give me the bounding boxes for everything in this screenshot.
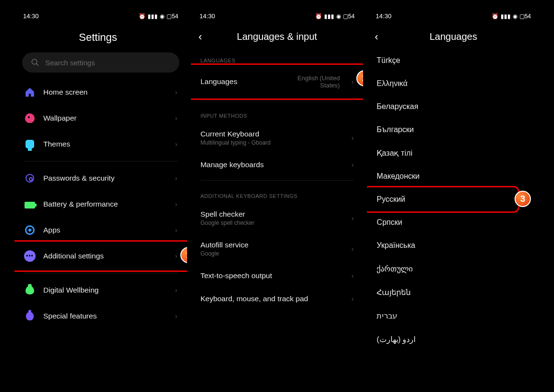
language-option[interactable]: Հայերեն <box>367 281 540 304</box>
alarm-icon: ⏰ <box>491 13 499 20</box>
divider <box>24 161 177 161</box>
status-bar: 14:30 ⏰ ▮▮▮ ◉ ▢54 <box>367 10 540 23</box>
alarm-icon: ⏰ <box>315 13 322 20</box>
header: ‹ Languages <box>367 23 540 49</box>
signal-icon: ▮▮▮ <box>324 13 334 20</box>
battery-icon <box>24 198 36 210</box>
wellbeing-icon <box>24 284 36 296</box>
item-themes[interactable]: Themes › <box>14 131 187 157</box>
themes-icon <box>24 138 36 150</box>
battery-icon: ▢54 <box>343 13 354 20</box>
language-option[interactable]: اردو (بھارت) <box>367 328 540 351</box>
wifi-icon: ◉ <box>160 13 164 20</box>
chevron-right-icon: › <box>175 312 177 320</box>
chevron-right-icon: › <box>352 161 354 169</box>
language-option[interactable]: Македонски <box>367 165 540 188</box>
chevron-right-icon: › <box>175 286 177 294</box>
back-button[interactable]: ‹ <box>375 31 378 43</box>
section-input-methods: INPUT METHODS <box>191 104 364 122</box>
callout-badge-1: 1 <box>180 247 187 263</box>
chevron-right-icon: › <box>352 134 354 142</box>
item-keyboard-mouse-trackpad[interactable]: Keyboard, mouse, and track pad › <box>191 287 364 310</box>
chevron-right-icon: › <box>352 214 354 222</box>
section-additional-keyboard: ADDITIONAL KEYBOARD SETTINGS <box>191 184 364 203</box>
language-option[interactable]: Қазақ тілі <box>367 141 540 165</box>
chevron-right-icon: › <box>352 272 354 280</box>
status-time: 14:30 <box>200 12 215 20</box>
battery-icon: ▢54 <box>519 13 531 20</box>
item-wallpaper[interactable]: Wallpaper › <box>14 105 187 131</box>
item-additional-settings[interactable]: ••• Additional settings › 1 <box>14 243 187 269</box>
item-home-screen[interactable]: Home screen › <box>14 79 187 105</box>
alarm-icon: ⏰ <box>138 13 146 20</box>
item-battery-performance[interactable]: Battery & performance › <box>14 191 187 217</box>
language-option[interactable]: Ελληνικά <box>367 72 540 95</box>
chevron-right-icon: › <box>175 88 177 96</box>
chevron-right-icon: › <box>175 174 177 182</box>
home-icon <box>24 86 36 98</box>
signal-icon: ▮▮▮ <box>148 13 158 20</box>
chevron-right-icon: › <box>175 252 177 260</box>
section-languages: LANGUAGES <box>191 49 364 67</box>
svg-point-0 <box>32 59 37 64</box>
screen-languages-input: 14:30 ⏰ ▮▮▮ ◉ ▢54 ‹ Languages & input LA… <box>191 10 364 382</box>
chevron-right-icon: › <box>352 245 354 253</box>
item-special-features[interactable]: Special features › <box>14 303 187 329</box>
status-icons: ⏰ ▮▮▮ ◉ ▢54 <box>491 13 531 20</box>
languages-list[interactable]: TürkçeΕλληνικάБеларускаяБългарскиҚазақ т… <box>367 49 540 382</box>
item-apps[interactable]: Apps › <box>14 217 187 243</box>
header: ‹ Languages & input <box>191 23 364 49</box>
divider <box>201 100 354 100</box>
item-autofill-service[interactable]: Autofill service Google › <box>191 233 364 264</box>
language-option[interactable]: עברית <box>367 304 540 328</box>
chevron-right-icon: › <box>352 78 354 86</box>
wifi-icon: ◉ <box>513 13 517 20</box>
back-button[interactable]: ‹ <box>199 31 202 43</box>
search-input[interactable]: Search settings <box>22 52 179 73</box>
language-option[interactable]: Български <box>367 118 540 141</box>
language-option[interactable]: ქართული <box>367 257 540 281</box>
language-option[interactable]: Српски <box>367 211 540 234</box>
chevron-right-icon: › <box>175 226 177 234</box>
item-digital-wellbeing[interactable]: Digital Wellbeing › <box>14 277 187 303</box>
callout-badge-3: 3 <box>515 191 531 207</box>
special-icon <box>24 310 36 322</box>
item-passwords-security[interactable]: Passwords & security › <box>14 165 187 191</box>
item-tts-output[interactable]: Text-to-speech output › <box>191 264 364 287</box>
chevron-right-icon: › <box>175 140 177 148</box>
battery-icon: ▢54 <box>166 13 178 20</box>
language-option[interactable]: Українська <box>367 234 540 257</box>
item-spell-checker[interactable]: Spell checker Google spell checker › <box>191 203 364 233</box>
languages-input-list[interactable]: LANGUAGES Languages English (United Stat… <box>191 49 364 382</box>
status-bar: 14:30 ⏰ ▮▮▮ ◉ ▢54 <box>191 10 364 23</box>
search-icon <box>31 58 39 67</box>
page-title: Languages <box>375 31 532 42</box>
item-manage-keyboards[interactable]: Manage keyboards › <box>191 153 364 176</box>
chevron-right-icon: › <box>175 200 177 208</box>
apps-icon <box>24 224 36 236</box>
status-time: 14:30 <box>23 12 39 20</box>
current-language-value: English (United States) <box>282 74 340 89</box>
svg-line-1 <box>36 63 38 66</box>
item-languages[interactable]: Languages English (United States) › 2 <box>191 67 364 96</box>
divider <box>24 273 177 273</box>
language-option[interactable]: Беларуская <box>367 95 540 118</box>
chevron-right-icon: › <box>175 114 177 122</box>
language-option[interactable]: Türkçe <box>367 49 540 72</box>
status-bar: 14:30 ⏰ ▮▮▮ ◉ ▢54 <box>14 10 187 23</box>
wallpaper-icon <box>24 112 36 124</box>
page-title: Settings <box>22 31 179 44</box>
status-time: 14:30 <box>376 12 391 20</box>
screen-languages-list: 14:30 ⏰ ▮▮▮ ◉ ▢54 ‹ Languages TürkçeΕλλη… <box>367 10 540 382</box>
more-icon: ••• <box>24 250 36 262</box>
signal-icon: ▮▮▮ <box>501 13 511 20</box>
chevron-right-icon: › <box>352 295 354 303</box>
screen-settings: 14:30 ⏰ ▮▮▮ ◉ ▢54 Settings Search settin… <box>14 10 187 382</box>
item-current-keyboard[interactable]: Current Keyboard Multilingual typing - G… <box>191 122 364 153</box>
callout-highlight-3 <box>367 186 519 213</box>
language-option[interactable]: Русский3 <box>367 188 540 211</box>
wifi-icon: ◉ <box>336 13 341 20</box>
settings-list[interactable]: Home screen › Wallpaper › Themes › Passw… <box>14 79 187 382</box>
header: Settings <box>14 23 187 50</box>
page-title: Languages & input <box>199 31 356 42</box>
